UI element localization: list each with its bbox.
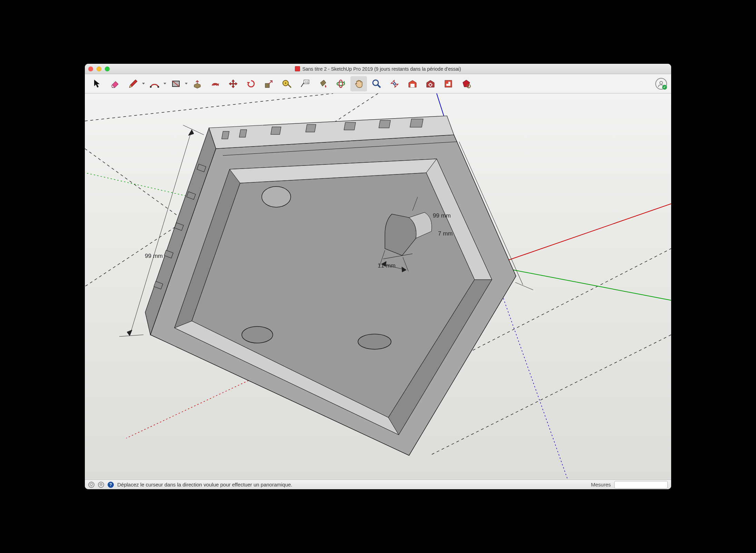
svg-point-8 bbox=[337, 82, 345, 86]
pan-tool-button[interactable] bbox=[350, 76, 367, 91]
ruby-console-button[interactable] bbox=[458, 76, 475, 91]
svg-text:A1: A1 bbox=[305, 80, 309, 84]
axis-y bbox=[492, 266, 671, 300]
user-account-button[interactable]: ✓ bbox=[655, 78, 667, 90]
zoom-extents-icon bbox=[389, 79, 400, 89]
dimension-label-right-mid: 7 mm bbox=[437, 230, 454, 237]
tape-measure-tool-button[interactable] bbox=[279, 76, 295, 91]
tape-measure-icon bbox=[282, 79, 292, 89]
geolocation-button[interactable] bbox=[98, 482, 104, 488]
select-arrow-icon bbox=[92, 79, 102, 89]
question-mark-icon: ? bbox=[109, 482, 112, 487]
paint-bucket-icon bbox=[318, 79, 328, 89]
svg-rect-31 bbox=[344, 122, 356, 130]
offset-icon bbox=[210, 79, 220, 89]
arc-tool-dropdown[interactable] bbox=[163, 83, 166, 84]
zoom-extents-tool-button[interactable] bbox=[386, 76, 403, 91]
svg-line-42 bbox=[119, 335, 143, 336]
svg-line-46 bbox=[515, 282, 533, 290]
minimize-window-button[interactable] bbox=[97, 67, 101, 71]
scale-icon bbox=[264, 79, 274, 89]
svg-point-25 bbox=[242, 326, 273, 343]
svg-point-1 bbox=[158, 86, 159, 88]
window-title: Sans titre 2 - SketchUp Pro 2019 (9 jour… bbox=[85, 66, 671, 72]
svg-rect-27 bbox=[222, 131, 229, 139]
status-hint-text: Déplacez le curseur dans la direction vo… bbox=[117, 482, 292, 487]
user-verified-check-icon: ✓ bbox=[662, 85, 667, 90]
rotate-tool-button[interactable] bbox=[243, 76, 259, 91]
rotate-icon bbox=[246, 79, 256, 89]
status-bar: ? Déplacez le curseur dans la direction … bbox=[85, 480, 671, 489]
svg-rect-29 bbox=[271, 127, 281, 134]
dimension-label-notch: 11 mm bbox=[376, 262, 397, 269]
push-pull-tool-button[interactable] bbox=[189, 76, 206, 91]
pencil-icon bbox=[128, 79, 138, 89]
line-tool-dropdown[interactable] bbox=[142, 83, 145, 84]
svg-rect-16 bbox=[446, 82, 448, 84]
window-controls bbox=[88, 67, 110, 71]
svg-point-5 bbox=[285, 82, 286, 84]
measurements-input[interactable] bbox=[614, 481, 668, 489]
svg-rect-28 bbox=[239, 130, 247, 137]
svg-point-9 bbox=[339, 80, 342, 88]
svg-point-53 bbox=[101, 484, 101, 485]
shape-tool-dropdown[interactable] bbox=[185, 83, 188, 84]
fullscreen-window-button[interactable] bbox=[105, 67, 110, 71]
measurements-label: Mesures bbox=[591, 482, 611, 487]
eraser-tool-button[interactable] bbox=[107, 76, 123, 91]
paint-bucket-tool-button[interactable] bbox=[315, 76, 331, 91]
dimension-label-left: 99 mm bbox=[143, 253, 164, 260]
svg-rect-12 bbox=[410, 84, 415, 87]
orbit-tool-button[interactable] bbox=[332, 76, 349, 91]
svg-point-24 bbox=[262, 187, 291, 207]
close-window-button[interactable] bbox=[88, 67, 93, 71]
orbit-icon bbox=[336, 79, 346, 89]
layout-button[interactable] bbox=[440, 76, 457, 91]
svg-point-26 bbox=[358, 334, 391, 349]
extension-warehouse-icon bbox=[425, 79, 436, 89]
text-label-icon: A1 bbox=[300, 79, 310, 89]
model-geometry bbox=[145, 116, 523, 455]
help-button[interactable]: ? bbox=[108, 482, 114, 488]
lightbulb-icon bbox=[89, 483, 93, 487]
svg-point-11 bbox=[394, 83, 396, 85]
pin-icon bbox=[99, 483, 103, 487]
move-icon bbox=[228, 79, 238, 89]
sketchup-app-icon bbox=[295, 66, 300, 71]
svg-rect-30 bbox=[306, 124, 316, 132]
instructor-toggle-button[interactable] bbox=[88, 482, 94, 488]
svg-point-0 bbox=[150, 86, 152, 88]
pan-hand-icon bbox=[354, 79, 364, 89]
svg-point-10 bbox=[373, 80, 378, 86]
svg-rect-33 bbox=[410, 119, 423, 127]
offset-tool-button[interactable] bbox=[207, 76, 223, 91]
move-tool-button[interactable] bbox=[225, 76, 241, 91]
titlebar: Sans titre 2 - SketchUp Pro 2019 (9 jour… bbox=[85, 64, 671, 74]
arc-tool-button[interactable] bbox=[146, 76, 163, 91]
push-pull-icon bbox=[192, 79, 202, 89]
ruby-console-icon bbox=[461, 79, 471, 89]
svg-line-21 bbox=[85, 93, 333, 121]
scale-tool-button[interactable] bbox=[261, 76, 277, 91]
3d-warehouse-icon bbox=[407, 79, 418, 89]
select-tool-button[interactable] bbox=[89, 76, 106, 91]
rectangle-icon bbox=[171, 79, 181, 89]
eraser-icon bbox=[110, 79, 120, 89]
layout-icon bbox=[443, 79, 454, 89]
main-toolbar: A1 bbox=[85, 74, 671, 93]
arc-icon bbox=[149, 79, 160, 89]
extension-warehouse-button[interactable] bbox=[422, 76, 439, 91]
text-tool-button[interactable]: A1 bbox=[297, 76, 313, 91]
axis-x bbox=[492, 204, 671, 266]
line-tool-button[interactable] bbox=[125, 76, 141, 91]
3d-warehouse-button[interactable] bbox=[404, 76, 421, 91]
svg-rect-32 bbox=[379, 120, 390, 128]
3d-viewport[interactable]: 99 mm 99 mm 7 mm 11 mm bbox=[85, 93, 671, 480]
svg-point-50 bbox=[90, 483, 93, 485]
zoom-icon bbox=[371, 79, 382, 89]
window-title-text: Sans titre 2 - SketchUp Pro 2019 (9 jour… bbox=[302, 66, 461, 72]
zoom-tool-button[interactable] bbox=[368, 76, 385, 91]
viewport-canvas bbox=[85, 93, 671, 480]
shape-tool-button[interactable] bbox=[168, 76, 184, 91]
dimension-label-right-top: 99 mm bbox=[431, 212, 452, 219]
